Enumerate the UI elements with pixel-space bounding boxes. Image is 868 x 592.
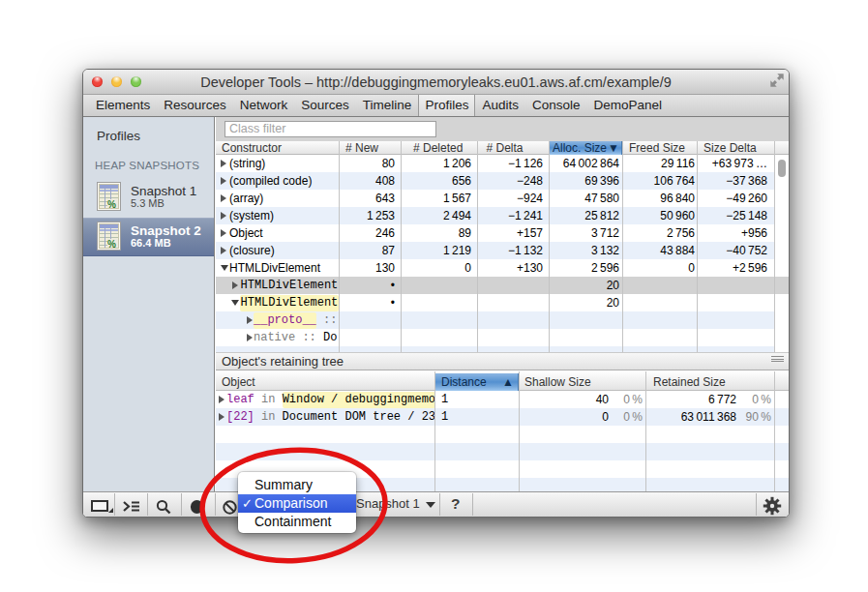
svg-text:%: % — [107, 238, 116, 249]
svg-text:%: % — [107, 199, 116, 210]
